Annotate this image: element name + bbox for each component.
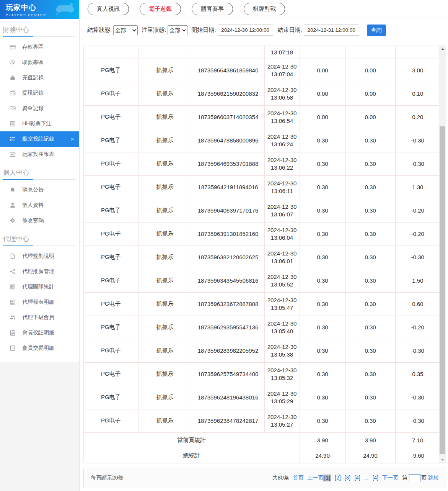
game-cell <box>138 46 192 59</box>
sidebar-item-label: 充值記錄 <box>22 74 44 81</box>
sidebar-item[interactable]: 代理團隊統計 <box>0 279 79 295</box>
table-row: PG电子抓抓乐18735964219118940162024-12-3013:0… <box>84 175 440 199</box>
scrollbar-down-icon[interactable] <box>439 457 446 463</box>
order-status-select[interactable]: 全部 <box>168 25 187 35</box>
sidebar-item-label: 會員投註明細 <box>22 329 54 336</box>
platform-cell: PG电子 <box>84 222 138 246</box>
sidebar-item[interactable]: 會員交易明細 <box>0 340 79 356</box>
table-row: PG电子抓抓乐18735964693537018882024-12-3013:0… <box>84 152 440 175</box>
sidebar-item[interactable]: 代理規則說明 <box>0 249 79 264</box>
winloss-cell: -0.20 <box>395 199 440 222</box>
order-id-cell: 1873596293595547136 <box>192 316 264 339</box>
table-row: PG电子抓抓乐18735964063971701762024-12-3013:0… <box>84 199 440 222</box>
valid-bet-cell: 0.30 <box>345 175 395 199</box>
time-cell: 2024-12-3013:05:40 <box>264 316 300 339</box>
sidebar-item[interactable]: 修改密碼 <box>0 213 79 228</box>
list-icon <box>10 136 16 142</box>
sidebar-item[interactable]: 消息公告 <box>0 182 79 198</box>
sidebar-item[interactable]: 代理下級會員 <box>0 310 79 325</box>
bet-date: 2024-12-30 <box>266 156 298 164</box>
valid-bet-cell: 0.30 <box>345 129 395 152</box>
bet-amount-cell: 0.30 <box>300 269 345 292</box>
sidebar-item[interactable]: 提現記錄 <box>0 85 79 101</box>
pagination-next[interactable]: 下一页 <box>382 475 398 481</box>
wallet-icon <box>10 90 16 96</box>
filter-bar: 結算狀態: 全部 注單狀態: 全部 開始日期: 結束日期: 查詢 <box>80 18 448 42</box>
people-icon <box>10 314 16 321</box>
time-cell: 2024-12-3013:05:52 <box>264 269 300 292</box>
table-row: PG电子抓抓乐18735966438618598402024-12-3013:0… <box>84 59 440 82</box>
sidebar-item-label: 代理下級會員 <box>22 314 54 321</box>
sidebar-item[interactable]: 會員投註明細 <box>0 325 79 340</box>
time-cell: 2024-12-3013:05:27 <box>264 409 300 432</box>
table-scrollbar[interactable] <box>439 46 446 463</box>
app-window: 玩家中心 PLAYERS CENTER 財務中心存款專區取款專區充值記錄提現記錄… <box>0 0 448 491</box>
game-cell: 抓抓乐 <box>138 409 192 432</box>
sidebar-item[interactable]: 個人資料 <box>0 198 79 213</box>
sidebar-item[interactable]: HH彩票下注 <box>0 116 79 131</box>
game-cell: 抓抓乐 <box>138 199 192 222</box>
start-date-input[interactable] <box>218 25 273 36</box>
platform-cell: PG电子 <box>84 82 138 105</box>
game-cell: 抓抓乐 <box>138 152 192 175</box>
valid-bet-cell: 0.30 <box>345 292 395 316</box>
pagination-page[interactable]: [4] <box>354 475 360 481</box>
game-cell: 抓抓乐 <box>138 222 192 246</box>
winloss-cell: -0.30 <box>395 386 440 409</box>
page-jump-input[interactable] <box>409 474 420 482</box>
sidebar-panel: 玩家中心 PLAYERS CENTER 財務中心存款專區取款專區充值記錄提現記錄… <box>0 0 79 362</box>
bet-amount-cell: 0.30 <box>300 246 345 269</box>
game-cell: 抓抓乐 <box>138 316 192 339</box>
pagination-ellipsis[interactable]: ... <box>364 475 369 481</box>
table-row: PG电子抓抓乐18735963913018521602024-12-3013:0… <box>84 222 440 246</box>
scrollbar-up-icon[interactable] <box>439 46 446 52</box>
sidebar-item-label: 取款專區 <box>22 59 44 66</box>
pagination-prev[interactable]: 上一页 <box>307 475 323 481</box>
game-cell: 抓抓乐 <box>138 246 192 269</box>
sidebar-section-header: 個人中心 <box>0 162 79 179</box>
sidebar-item-label: 修改密碼 <box>22 217 44 224</box>
game-cell: 抓抓乐 <box>138 362 192 386</box>
tab-2[interactable]: 電子遊藝 <box>140 3 181 15</box>
game-cell: 抓抓乐 <box>138 175 192 199</box>
bet-amount-cell: 0.00 <box>300 105 345 129</box>
winloss-cell: 0.10 <box>395 82 440 105</box>
time-cell: 2024-12-3013:06:01 <box>264 246 300 269</box>
settle-status-select[interactable]: 全部 <box>113 25 138 35</box>
time-cell: 2024-12-3013:06:04 <box>264 222 300 246</box>
search-button[interactable]: 查詢 <box>367 25 386 36</box>
bet-time: 13:06:24 <box>266 141 298 148</box>
sidebar-item-label: 資金記錄 <box>22 105 44 112</box>
sidebar-item[interactable]: 充值記錄 <box>0 70 79 85</box>
bet-date: 2024-12-30 <box>266 390 298 398</box>
sidebar-item[interactable]: 代理報表明細 <box>0 295 79 310</box>
valid-bet-cell: 0.30 <box>345 199 395 222</box>
jump-button[interactable]: 跳转 <box>428 475 439 481</box>
sidebar-item[interactable]: 玩家投注報表 <box>0 147 79 162</box>
tab-3[interactable]: 體育賽事 <box>192 3 233 15</box>
pagination-page[interactable]: [2] <box>335 475 341 481</box>
winloss-cell: 1.50 <box>395 269 440 292</box>
sidebar-item[interactable]: 取款專區 <box>0 55 79 70</box>
scrollbar-thumb[interactable] <box>440 126 445 454</box>
pagination-bar: 每頁顯示20條 共80条 首页 上一页 [1][2][3][4]...[4] 下… <box>83 468 446 488</box>
tab-4[interactable]: 棋牌對戰 <box>244 3 285 15</box>
sidebar-item[interactable]: 廳室投註記錄> <box>0 131 79 147</box>
tab-1[interactable]: 真人視訊 <box>88 3 129 15</box>
sidebar-item[interactable]: 代理推廣管理 <box>0 264 79 279</box>
order-id-cell: 1873596343545506816 <box>192 269 264 292</box>
jump-suffix-label: 页 <box>421 475 427 481</box>
time-cell: 2024-12-3013:06:58 <box>264 82 300 105</box>
pagination-page[interactable]: [4] <box>372 475 378 481</box>
sidebar-item[interactable]: 存款專區 <box>0 39 79 55</box>
sidebar-item[interactable]: 資金記錄 <box>0 101 79 116</box>
order-id-cell: 1873596238478242817 <box>192 409 264 432</box>
game-cell: 抓抓乐 <box>138 269 192 292</box>
share-icon <box>10 268 16 275</box>
pagination-page[interactable]: [3] <box>345 475 351 481</box>
bet-amount-cell: 0.00 <box>300 59 345 82</box>
pagination-page[interactable]: [1] <box>323 475 331 481</box>
pagination-first[interactable]: 首页 <box>293 475 303 481</box>
end-date-input[interactable] <box>304 25 359 36</box>
sidebar-item-label: 消息公告 <box>22 187 44 193</box>
